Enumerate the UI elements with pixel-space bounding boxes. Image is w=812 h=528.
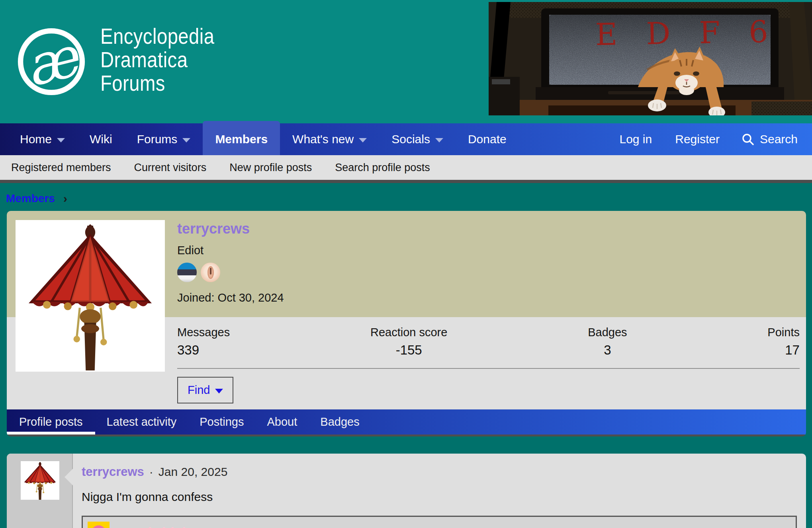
breadcrumb-members-link[interactable]: Members <box>6 192 55 205</box>
tab-postings[interactable]: Postings <box>188 409 255 434</box>
post-timestamp[interactable]: Jan 20, 2025 <box>158 465 227 479</box>
chevron-down-icon <box>182 138 190 142</box>
stat-value[interactable]: 339 <box>177 343 230 358</box>
post-message-text: Nigga I'm gonna confess <box>82 490 797 504</box>
post-author-column <box>7 454 73 528</box>
profile-card: terrycrews Ediot Joined: Oct 30, 2024 Me… <box>7 211 806 436</box>
find-dropdown-button[interactable]: Find <box>177 377 233 403</box>
site-title-line: Dramatica <box>100 48 215 72</box>
nav-item-label: Forums <box>137 132 178 146</box>
chevron-down-icon <box>57 138 65 142</box>
subnav-search-profile-posts[interactable]: Search profile posts <box>323 162 442 174</box>
stat-label: Badges <box>588 326 627 339</box>
ae-logo-icon: æ <box>16 26 87 97</box>
nav-item-label: Socials <box>391 132 430 146</box>
site-title-line: Encyclopedia <box>100 25 215 48</box>
post-author-avatar[interactable] <box>21 461 59 500</box>
search-icon <box>742 133 754 146</box>
profile-user-title: Ediot <box>177 244 806 257</box>
profile-avatar[interactable] <box>16 220 165 372</box>
nav-item-label: Members <box>215 132 268 146</box>
nav-item-whats-new[interactable]: What's new <box>280 123 379 155</box>
post-header: terrycrews · Jan 20, 2025 <box>82 465 797 479</box>
stat-value: -155 <box>370 343 447 358</box>
post-body: terrycrews · Jan 20, 2025 Nigga I'm gonn… <box>73 454 806 528</box>
meg-avatar-image <box>88 522 110 528</box>
lamp-avatar-image <box>16 220 165 372</box>
profile-joined-date: Joined: Oct 30, 2024 <box>177 291 806 304</box>
stat-label: Messages <box>177 326 230 339</box>
subnav-registered-members[interactable]: Registered members <box>0 162 123 174</box>
stat-label: Reaction score <box>370 326 447 339</box>
banner-cat-tv-image: E D F 6 <box>489 2 812 115</box>
chevron-down-icon <box>215 389 223 394</box>
quoted-profile-post: TardChick <box>82 516 797 528</box>
site-title-line: Forums <box>100 72 215 95</box>
tab-latest-activity[interactable]: Latest activity <box>95 409 188 434</box>
main-navigation: Home Wiki Forums Members What's new Soci… <box>0 123 812 155</box>
nav-item-forums[interactable]: Forums <box>125 123 203 155</box>
nav-item-donate[interactable]: Donate <box>456 123 519 155</box>
quote-author-avatar[interactable] <box>88 522 110 528</box>
site-logo[interactable]: æ Encyclopedia Dramatica Forums <box>16 26 233 97</box>
banner-graffiti-text: E D F 6 <box>595 14 778 52</box>
stat-messages: Messages 339 <box>177 326 230 358</box>
nav-spacer <box>519 123 608 155</box>
nav-item-wiki[interactable]: Wiki <box>77 123 125 155</box>
site-title: Encyclopedia Dramatica Forums <box>100 25 215 95</box>
nav-item-home[interactable]: Home <box>8 123 77 155</box>
tab-about[interactable]: About <box>256 409 309 434</box>
quote-author-link[interactable]: TardChick <box>123 525 190 528</box>
nav-item-label: Wiki <box>90 132 112 146</box>
profile-badge-row <box>177 263 806 282</box>
stat-value: 3 <box>588 343 627 358</box>
stat-value[interactable]: 17 <box>767 343 800 358</box>
tab-badges[interactable]: Badges <box>309 409 371 434</box>
find-label: Find <box>188 384 210 397</box>
profile-post: terrycrews · Jan 20, 2025 Nigga I'm gonn… <box>7 454 806 528</box>
stat-label: Points <box>767 326 800 339</box>
stat-reaction-score: Reaction score -155 <box>370 326 447 358</box>
site-header: æ Encyclopedia Dramatica Forums <box>0 0 812 123</box>
profile-username[interactable]: terrycrews <box>177 220 806 237</box>
profile-header-content: terrycrews Ediot Joined: Oct 30, 2024 <box>177 211 806 304</box>
subnav-new-profile-posts[interactable]: New profile posts <box>218 162 323 174</box>
register-label: Register <box>675 132 720 146</box>
chevron-right-icon: › <box>63 193 67 205</box>
estonia-flag-badge <box>177 263 197 282</box>
stat-points: Points 17 <box>767 326 800 358</box>
tab-profile-posts[interactable]: Profile posts <box>7 409 95 434</box>
stat-badges: Badges 3 <box>588 326 627 358</box>
lamp-avatar-image <box>21 461 59 500</box>
post-author-link[interactable]: terrycrews <box>82 465 144 479</box>
search-button[interactable]: Search <box>731 123 812 155</box>
nav-item-label: Home <box>20 132 52 146</box>
post-separator: · <box>149 465 153 479</box>
login-label: Log in <box>619 132 652 146</box>
svg-text:æ: æ <box>18 26 87 97</box>
nav-item-label: What's new <box>292 132 354 146</box>
search-label: Search <box>760 132 798 146</box>
profile-stats-row: Messages 339 Reaction score -155 Badges … <box>177 326 800 369</box>
nav-item-socials[interactable]: Socials <box>379 123 456 155</box>
profile-header: terrycrews Ediot Joined: Oct 30, 2024 <box>7 211 806 317</box>
login-button[interactable]: Log in <box>608 123 663 155</box>
chevron-down-icon <box>435 138 443 142</box>
nav-item-members[interactable]: Members <box>203 121 280 155</box>
flesh-toy-badge <box>201 263 220 282</box>
nav-item-label: Donate <box>468 132 507 146</box>
register-button[interactable]: Register <box>663 123 731 155</box>
breadcrumb: Members › <box>6 193 812 205</box>
chevron-down-icon <box>359 138 367 142</box>
subnav-current-visitors[interactable]: Current visitors <box>123 162 218 174</box>
profile-tab-bar: Profile posts Latest activity Postings A… <box>7 409 806 436</box>
sub-navigation: Registered members Current visitors New … <box>0 155 812 183</box>
